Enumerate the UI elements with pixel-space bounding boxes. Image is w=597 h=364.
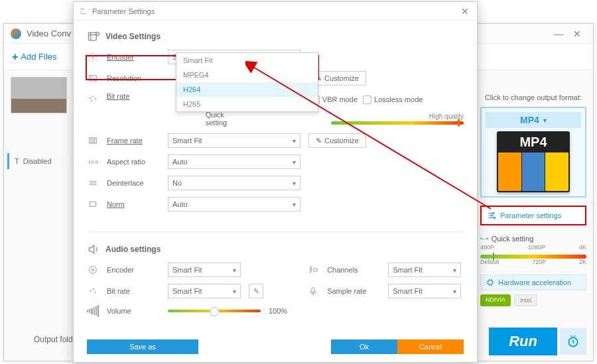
resolution-icon [87,72,99,84]
hardware-accel-button[interactable]: Hardware acceleration [480,274,586,290]
output-format-select[interactable]: MP4 [486,112,581,128]
volume-value: 100% [269,307,287,315]
volume-icon [87,305,99,317]
samplerate-label: Sample rate [327,287,380,295]
audio-encoder-select[interactable]: Smart Fit [168,263,241,277]
bitrate-quicksetting-label: Quick setting [206,111,245,127]
ok-button[interactable]: Ok [331,339,397,354]
chip-icon [486,278,494,286]
bitrate-icon [87,92,98,104]
volume-row: Volume 100% [87,305,287,317]
dialog-titlebar: Parameter Settings ✕ [74,2,477,21]
volume-label: Volume [107,307,160,315]
clock-icon [566,335,580,348]
channels-row: Channels Smart Fit [307,263,464,277]
text-icon: T [15,157,19,165]
svg-point-17 [93,289,94,290]
deinterlace-select[interactable]: No [168,176,300,190]
framerate-select[interactable]: Smart Fit [168,133,300,148]
svg-point-19 [314,268,317,271]
cancel-button[interactable]: Cancel [397,339,464,354]
dialog-title: Parameter Settings [92,7,458,15]
quick-setting-label: Quick setting [480,235,586,243]
schedule-button[interactable] [560,328,586,355]
quick-setting-slider[interactable] [480,255,586,259]
norm-label: Norm [107,200,160,208]
svg-point-12 [91,100,92,101]
hw-chips: NDIVIA Intel [480,294,586,306]
channels-select[interactable]: Smart Fit [388,263,461,277]
add-files-label: Add Files [21,52,56,62]
film-gear-icon [87,30,100,43]
add-files-button[interactable]: + Add Files [12,51,57,63]
framerate-customize-button[interactable]: ✎ Customize [308,133,366,148]
norm-row: Norm Auto [87,197,464,212]
audio-encoder-label: Encoder [107,266,160,274]
parameter-settings-button[interactable]: Parameter settings [480,206,586,225]
nvidia-chip[interactable]: NDIVIA [480,294,511,306]
framerate-label: Frame rate [107,137,160,145]
save-as-button[interactable]: Save as [87,339,198,354]
svg-point-9 [90,97,90,98]
output-format-card[interactable]: MP4 MP4 [480,107,586,198]
audio-bitrate-select[interactable]: Smart Fit [168,284,241,298]
bitrate-quality-slider[interactable] [331,121,464,125]
video-thumbnail[interactable] [11,77,67,113]
dialog-close-button[interactable]: ✕ [458,6,472,17]
samplerate-row: Sample rate Smart Fit [307,284,464,298]
resolution-label: Resolution [107,74,160,82]
encoder-option-h264[interactable]: H264 [176,82,318,97]
audio-encoder-icon [87,264,99,276]
encoder-dropdown[interactable]: Smart Fit MPEG4 H264 H265 [176,52,318,112]
svg-point-0 [493,212,494,213]
svg-point-11 [95,99,96,99]
pencil-icon: ✎ [316,137,322,145]
samplerate-select[interactable]: Smart Fit [388,284,461,298]
audio-bitrate-row: Bit rate Smart Fit ✎ [87,284,287,298]
bitrate-label: Bit rate [106,92,157,100]
svg-point-1 [491,215,492,216]
aspect-row: 16:9 Aspect ratio Auto [87,154,464,169]
disabled-label: Disabled [23,157,52,165]
mp4-icon: MP4 [497,131,570,192]
deinterlace-icon [87,177,99,189]
svg-point-16 [90,290,91,291]
audio-settings-heading: Audio settings [87,243,464,256]
svg-point-7 [92,56,94,58]
app-logo-icon [11,29,21,39]
minimize-button[interactable]: — [549,29,568,39]
encoder-option-mpeg4[interactable]: MPEG4 [176,68,318,82]
gear-icon [87,51,99,63]
svg-rect-20 [312,288,314,292]
run-bar: Run [489,328,586,355]
svg-rect-3 [488,280,492,284]
right-panel: Click to change output format: MP4 MP4 P… [480,93,586,306]
plus-icon: + [12,51,18,63]
dialog-footer: Save as Ok Cancel [87,339,464,354]
norm-icon [87,198,99,210]
channels-label: Channels [327,266,380,274]
encoder-label: Encoder [107,53,160,61]
close-main-button[interactable]: ✕ [568,29,586,39]
intel-chip[interactable]: Intel [514,294,537,306]
section-divider [87,231,464,232]
disabled-tag[interactable]: T Disabled [7,153,74,169]
lossless-checkbox[interactable]: Lossless mode [363,95,423,104]
audio-bitrate-icon [87,285,99,297]
svg-rect-14 [90,202,96,207]
aspect-select[interactable]: Auto [168,154,300,169]
norm-select[interactable]: Auto [168,197,300,212]
audio-bitrate-edit-button[interactable]: ✎ [249,284,263,298]
sliders-icon [487,211,496,220]
param-settings-label: Parameter settings [500,212,561,219]
svg-point-10 [92,96,93,97]
audio-bitrate-label: Bit rate [107,287,160,295]
video-settings-heading: Video Settings [87,30,464,43]
encoder-option-smartfit[interactable]: Smart Fit [176,53,318,68]
settings-icon [79,7,88,16]
run-button[interactable]: Run [489,328,557,355]
encoder-option-h265[interactable]: H265 [176,97,318,111]
svg-point-2 [494,217,496,218]
volume-slider[interactable] [168,310,261,312]
speaker-gear-icon [87,243,100,256]
